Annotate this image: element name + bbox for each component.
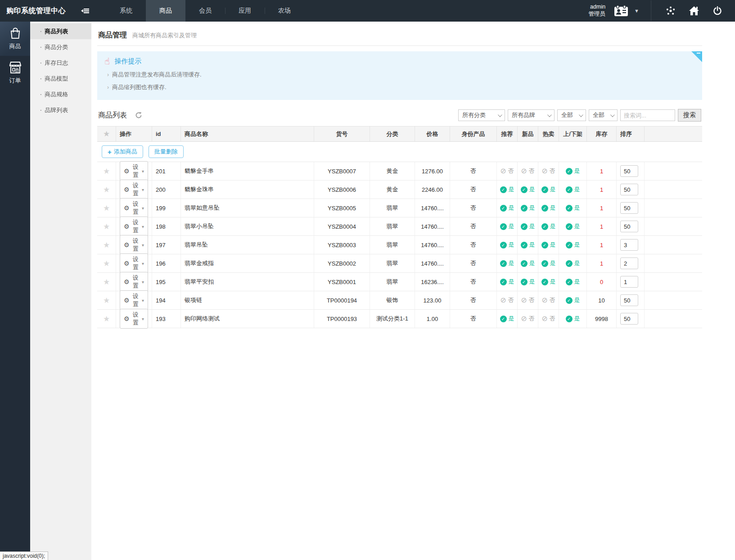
status-badge[interactable]: ✓是 bbox=[500, 241, 514, 249]
submenu-item-0[interactable]: 商品列表 bbox=[30, 23, 91, 39]
search-button[interactable]: 搜索 bbox=[678, 109, 701, 122]
sort-input[interactable] bbox=[620, 184, 638, 195]
star-icon[interactable]: ★ bbox=[103, 296, 110, 305]
status-badge[interactable]: ✓是 bbox=[566, 204, 580, 212]
status-badge[interactable]: ✓是 bbox=[500, 278, 514, 286]
status-badge[interactable]: ✓是 bbox=[541, 278, 556, 286]
sort-input[interactable] bbox=[620, 202, 638, 214]
profile-menu-button[interactable] bbox=[613, 3, 629, 18]
sort-input[interactable] bbox=[620, 257, 638, 269]
clear-cache-button[interactable] bbox=[663, 3, 678, 18]
status-badge[interactable]: ⊘否 bbox=[541, 167, 555, 175]
status-badge[interactable]: ✓是 bbox=[500, 185, 514, 194]
status-badge[interactable]: ✓是 bbox=[566, 278, 580, 286]
settings-dropdown-button[interactable]: ⚙ 设置 ▾ bbox=[120, 290, 148, 310]
status-badge[interactable]: ✓是 bbox=[521, 259, 535, 267]
identity-cell: 否 bbox=[450, 310, 497, 328]
status-badge[interactable]: ✓是 bbox=[566, 296, 580, 304]
top-nav-item-4[interactable]: 农场 bbox=[265, 0, 304, 22]
status-badge[interactable]: ✓是 bbox=[541, 259, 556, 267]
status-badge[interactable]: ✓是 bbox=[500, 315, 514, 323]
sort-input[interactable] bbox=[620, 165, 638, 177]
home-button[interactable] bbox=[686, 3, 702, 18]
sort-input[interactable] bbox=[620, 221, 638, 232]
status-label: 否 bbox=[508, 296, 514, 304]
category-cell: 黄金 bbox=[370, 181, 415, 199]
status-icon: ✓ bbox=[500, 242, 507, 248]
price-cell: 14760.... bbox=[415, 199, 450, 217]
star-icon[interactable]: ★ bbox=[103, 314, 110, 324]
status-badge[interactable]: ✓是 bbox=[521, 185, 535, 194]
star-icon[interactable]: ★ bbox=[103, 203, 110, 213]
settings-dropdown-button[interactable]: ⚙ 设置 ▾ bbox=[120, 161, 148, 181]
brand-select[interactable]: 所有品牌 bbox=[508, 109, 555, 121]
settings-dropdown-button[interactable]: ⚙ 设置 ▾ bbox=[120, 309, 148, 329]
sort-input[interactable] bbox=[620, 239, 638, 251]
status-badge[interactable]: ✓是 bbox=[521, 241, 535, 249]
submenu-item-4[interactable]: 商品规格 bbox=[30, 86, 91, 102]
status-badge[interactable]: ✓是 bbox=[500, 204, 514, 212]
status-badge[interactable]: ✓是 bbox=[521, 204, 535, 212]
status-badge[interactable]: ⊘否 bbox=[541, 296, 555, 304]
settings-dropdown-button[interactable]: ⚙ 设置 ▾ bbox=[120, 217, 148, 236]
identity-cell: 否 bbox=[450, 273, 497, 291]
status-badge[interactable]: ⊘否 bbox=[500, 296, 514, 304]
sort-input[interactable] bbox=[620, 313, 638, 325]
status-badge[interactable]: ✓是 bbox=[566, 259, 580, 267]
status-badge[interactable]: ✓是 bbox=[566, 241, 580, 249]
category-select[interactable]: 所有分类 bbox=[458, 109, 505, 121]
chevron-down-icon[interactable]: ▼ bbox=[634, 8, 639, 14]
settings-dropdown-button[interactable]: ⚙ 设置 ▾ bbox=[120, 180, 148, 199]
star-icon[interactable]: ★ bbox=[103, 240, 110, 250]
status-badge[interactable]: ✓是 bbox=[566, 315, 580, 323]
sidebar-item-orders[interactable]: 订单 bbox=[0, 56, 30, 90]
submenu-item-2[interactable]: 库存日志 bbox=[30, 55, 91, 71]
status-badge[interactable]: ⊘否 bbox=[521, 315, 534, 323]
star-icon[interactable]: ★ bbox=[103, 222, 110, 231]
status-badge[interactable]: ✓是 bbox=[541, 185, 556, 194]
sidebar-item-goods[interactable]: 商品 bbox=[0, 22, 30, 56]
settings-dropdown-button[interactable]: ⚙ 设置 ▾ bbox=[120, 198, 148, 218]
status-badge[interactable]: ✓是 bbox=[500, 259, 514, 267]
column-header-spacer bbox=[645, 126, 702, 141]
status-badge[interactable]: ✓是 bbox=[521, 278, 535, 286]
settings-dropdown-button[interactable]: ⚙ 设置 ▾ bbox=[120, 253, 148, 273]
status-select[interactable]: 全部 bbox=[557, 109, 586, 121]
refresh-button[interactable] bbox=[135, 112, 142, 119]
submenu-item-3[interactable]: 商品模型 bbox=[30, 71, 91, 86]
status-badge[interactable]: ✓是 bbox=[541, 222, 556, 230]
star-icon[interactable]: ★ bbox=[103, 129, 110, 139]
status-badge[interactable]: ✓是 bbox=[521, 222, 535, 230]
star-icon[interactable]: ★ bbox=[103, 259, 110, 268]
sort-input[interactable] bbox=[620, 294, 638, 306]
status-badge[interactable]: ✓是 bbox=[566, 167, 580, 175]
status-badge[interactable]: ⊘否 bbox=[541, 315, 555, 323]
status-badge[interactable]: ⊘否 bbox=[521, 296, 534, 304]
top-nav-item-2[interactable]: 会员 bbox=[185, 0, 225, 22]
star-icon[interactable]: ★ bbox=[103, 277, 110, 287]
status-badge[interactable]: ✓是 bbox=[500, 222, 514, 230]
status-badge[interactable]: ✓是 bbox=[566, 222, 580, 230]
add-product-button[interactable]: + 添加商品 bbox=[102, 145, 143, 158]
status-badge[interactable]: ⊘否 bbox=[500, 167, 514, 175]
settings-dropdown-button[interactable]: ⚙ 设置 ▾ bbox=[120, 272, 148, 292]
submenu-item-5[interactable]: 品牌列表 bbox=[30, 102, 91, 118]
status-label: 是 bbox=[529, 222, 535, 230]
sort-input[interactable] bbox=[620, 276, 638, 288]
top-nav-item-0[interactable]: 系统 bbox=[106, 0, 146, 22]
logout-button[interactable] bbox=[710, 3, 725, 18]
batch-delete-button[interactable]: 批量删除 bbox=[149, 145, 184, 158]
star-icon[interactable]: ★ bbox=[103, 167, 110, 176]
type-select[interactable]: 全部 bbox=[589, 109, 618, 121]
status-badge[interactable]: ✓是 bbox=[566, 185, 580, 194]
settings-dropdown-button[interactable]: ⚙ 设置 ▾ bbox=[120, 235, 148, 255]
top-nav-item-3[interactable]: 应用 bbox=[225, 0, 265, 22]
top-nav-item-1[interactable]: 商品 bbox=[146, 0, 185, 22]
sidebar-toggle-button[interactable] bbox=[74, 0, 97, 22]
status-badge[interactable]: ✓是 bbox=[541, 241, 556, 249]
status-badge[interactable]: ⊘否 bbox=[521, 167, 534, 175]
star-icon[interactable]: ★ bbox=[103, 185, 110, 194]
search-input[interactable] bbox=[620, 109, 675, 121]
submenu-item-1[interactable]: 商品分类 bbox=[30, 39, 91, 55]
status-badge[interactable]: ✓是 bbox=[541, 204, 556, 212]
